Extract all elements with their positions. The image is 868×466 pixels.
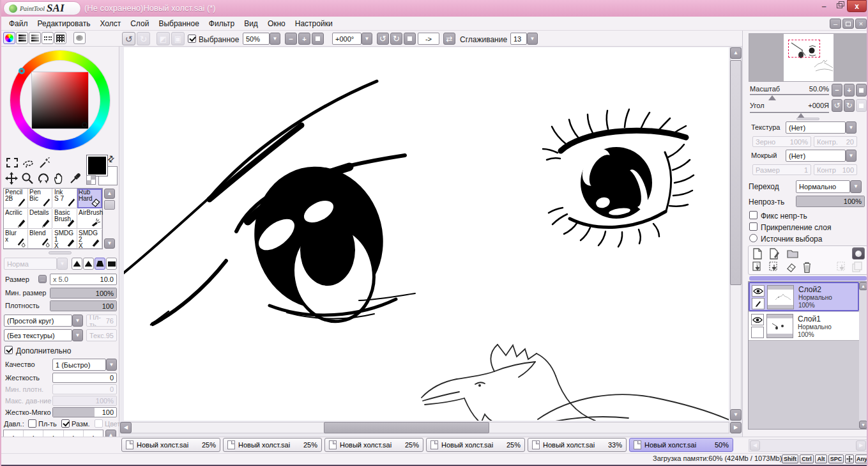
- hsv-sliders-panel-button[interactable]: [29, 32, 41, 44]
- brush-shape-square-button[interactable]: [106, 258, 117, 270]
- layer-visibility-button[interactable]: [751, 314, 764, 325]
- brush-scroll-down-button[interactable]: ▼: [104, 238, 115, 249]
- redo-button[interactable]: ↻: [137, 32, 150, 45]
- tab-canvas-1[interactable]: Новый холст.sai 25%: [121, 438, 220, 452]
- tool-rotate[interactable]: [37, 172, 50, 185]
- menu-canvas[interactable]: Холст: [100, 19, 121, 28]
- menu-selection[interactable]: Выбранное: [158, 19, 199, 28]
- menu-view[interactable]: Вид: [244, 19, 258, 28]
- hue-cursor[interactable]: [19, 68, 25, 74]
- angle-dropdown-button[interactable]: ▼: [362, 33, 372, 45]
- nav-rotate-reset-button[interactable]: [856, 99, 867, 112]
- zoom-reset-button[interactable]: [312, 33, 324, 45]
- deselect-button[interactable]: ▣: [171, 32, 185, 45]
- nav-zoom-out-button[interactable]: −: [832, 84, 842, 97]
- sv-cursor[interactable]: [82, 122, 88, 128]
- layer-visibility-button[interactable]: [752, 285, 765, 297]
- flip-horizontal-button[interactable]: ⇄: [443, 33, 455, 45]
- rotate-cw-button[interactable]: ↻: [390, 33, 402, 45]
- window-restore-button[interactable]: [832, 0, 847, 12]
- density-slider[interactable]: 100: [50, 300, 117, 311]
- brush-acrilic[interactable]: Acrilic: [4, 209, 28, 229]
- tool-magic-wand[interactable]: [38, 157, 51, 169]
- nav-zoom-in-button[interactable]: +: [844, 84, 855, 97]
- blend-mode-dropdown-button[interactable]: ▼: [850, 180, 862, 193]
- brush-ink-s7[interactable]: InkS 7: [53, 189, 77, 208]
- advanced-settings-checkbox[interactable]: [4, 346, 13, 354]
- layer-row-sloy1[interactable]: Слой1 Нормально 100%: [749, 312, 859, 341]
- nav-zoom-reset-button[interactable]: [856, 84, 867, 97]
- size-field[interactable]: x 5.0 10.0: [50, 274, 117, 285]
- mixer-panel-button[interactable]: [42, 32, 54, 44]
- canvas-hscrollbar-thumb[interactable]: [324, 422, 489, 433]
- zoom-dropdown-button[interactable]: ▼: [270, 33, 280, 45]
- smoothing-value-field[interactable]: 13: [510, 33, 527, 45]
- brush-shape-soft-button[interactable]: [72, 258, 82, 270]
- brush-blend[interactable]: Blend: [28, 229, 52, 249]
- swatches-panel-button[interactable]: [54, 32, 66, 44]
- brush-basic-brush[interactable]: BasicBrush: [53, 209, 77, 229]
- selection-visible-checkbox[interactable]: [188, 35, 196, 43]
- color-wheel-panel-button[interactable]: [3, 32, 15, 44]
- merge-layer-down-button[interactable]: [769, 261, 782, 273]
- rgb-sliders-panel-button[interactable]: [16, 32, 28, 44]
- new-folder-button[interactable]: [787, 249, 800, 259]
- angle-value-field[interactable]: +000°: [332, 33, 362, 45]
- tabstrip-scroll-right-button[interactable]: ▶: [856, 440, 866, 451]
- brush-smdg1[interactable]: SMDG 1X: [53, 229, 77, 249]
- navigator-scale-slider[interactable]: [750, 94, 829, 95]
- layer-list-hscrollbar[interactable]: [749, 276, 867, 281]
- tab-canvas-6-selected[interactable]: Новый холст.sai 50%: [629, 438, 733, 452]
- scratchpad-panel-button[interactable]: [73, 32, 86, 44]
- canvas-vscroll-down-button[interactable]: ▼: [730, 409, 742, 421]
- canvas-vscroll-up-button[interactable]: ▲: [730, 47, 742, 59]
- layer-row-sloy2[interactable]: Слой2 Нормально 100%: [749, 282, 859, 311]
- layer-opacity-slider[interactable]: 100%: [796, 196, 865, 207]
- copy-layer-down-button[interactable]: [752, 261, 765, 273]
- brush-edge-dropdown-button[interactable]: ▼: [72, 315, 83, 327]
- hard-soft-slider[interactable]: 100: [52, 407, 117, 417]
- brush-details[interactable]: Details: [28, 209, 52, 229]
- navigator-scale-handle[interactable]: [768, 95, 776, 100]
- panel-resize-grip[interactable]: [796, 118, 819, 120]
- transparent-color-swatch[interactable]: [86, 175, 96, 185]
- brush-mode-dropdown-button[interactable]: ▼: [57, 258, 68, 270]
- layer-mask-button[interactable]: [852, 247, 865, 260]
- mdi-restore-button[interactable]: [842, 19, 854, 29]
- smoothing-dropdown-button[interactable]: ▼: [527, 33, 538, 45]
- menu-filter[interactable]: Фильтр: [209, 19, 234, 28]
- foreground-color-swatch[interactable]: [87, 155, 107, 176]
- preserve-opacity-checkbox[interactable]: [749, 211, 758, 219]
- layer-scroll-up-button[interactable]: ▲: [859, 282, 867, 290]
- menu-layer[interactable]: Слой: [130, 19, 149, 28]
- pressure-color-checkbox[interactable]: [95, 419, 103, 428]
- brush-blur[interactable]: Blurx: [4, 229, 28, 249]
- menu-settings[interactable]: Настройки: [295, 19, 333, 28]
- tool-hand[interactable]: [53, 172, 66, 185]
- window-minimize-button[interactable]: –: [816, 0, 832, 12]
- brush-pencil-2b[interactable]: Pencil2B: [4, 189, 28, 208]
- clipping-group-checkbox[interactable]: [749, 222, 758, 231]
- zoom-value-field[interactable]: 50%: [243, 33, 270, 45]
- nav-rotate-ccw-button[interactable]: ↺: [832, 99, 842, 112]
- panel-resize-grip[interactable]: [49, 251, 72, 254]
- tab-canvas-3[interactable]: Новый холст.sai 25%: [324, 438, 423, 452]
- canvas-vscrollbar-thumb[interactable]: [730, 60, 742, 285]
- nav-rotate-cw-button[interactable]: ↻: [844, 99, 855, 112]
- undo-button[interactable]: ↺: [122, 32, 135, 45]
- brush-texture-dropdown-button[interactable]: ▼: [72, 329, 83, 341]
- canvas-hscroll-left-button[interactable]: ◀: [120, 422, 132, 433]
- brush-texture-dropdown[interactable]: (Без текстуры): [4, 329, 72, 341]
- brush-scroll-up-button[interactable]: ▲: [104, 189, 115, 199]
- max-pressure-slider[interactable]: 100%: [52, 396, 117, 406]
- brush-smdg2[interactable]: SMDG 2X: [77, 229, 102, 249]
- brush-shape-triangle-button[interactable]: [83, 258, 94, 270]
- delete-layer-button[interactable]: [802, 261, 815, 273]
- blend-mode-dropdown[interactable]: Нормально: [796, 180, 850, 193]
- brush-airbrush[interactable]: AirBrush: [77, 209, 102, 229]
- new-linework-layer-button[interactable]: [769, 248, 782, 260]
- wet-dropdown-button[interactable]: ▼: [846, 150, 857, 162]
- size-preview-button[interactable]: …: [38, 275, 47, 283]
- brush-edge-dropdown[interactable]: (Простой круг): [4, 315, 72, 327]
- min-size-slider[interactable]: 100%: [50, 288, 117, 299]
